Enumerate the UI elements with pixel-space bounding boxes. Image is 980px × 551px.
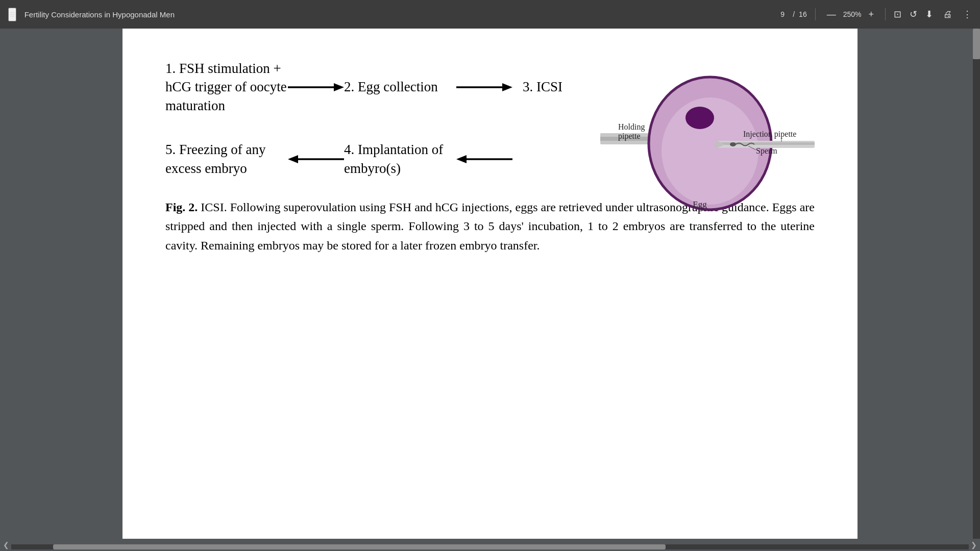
download-button[interactable]: ⬇ [925, 9, 933, 20]
step4-label: 4. Implantation ofembyro(s) [344, 140, 446, 178]
diagram-rows-wrapper: 1. FSH stimulation +hCG trigger of oocyt… [165, 59, 815, 178]
step1-label: 1. FSH stimulation +hCG trigger of oocyt… [165, 59, 288, 115]
icsi-svg: Holding pipette Injection pipette Sperm … [600, 54, 815, 212]
horizontal-scroll-thumb[interactable] [53, 544, 666, 549]
svg-text:Egg: Egg [693, 199, 707, 209]
caption-label: Fig. 2. [165, 201, 198, 214]
bottom-scrollbar-area: ❮ ❯ [0, 539, 980, 551]
menu-icon[interactable]: ≡ [8, 8, 16, 21]
scroll-right-button[interactable]: ❯ [971, 541, 977, 549]
svg-text:Sperm: Sperm [756, 146, 777, 156]
page-separator: / [793, 10, 795, 18]
rotate-button[interactable]: ↺ [910, 9, 917, 20]
more-options-button[interactable]: ⋮ [963, 9, 972, 20]
step3-label: 3. ICSI [523, 79, 564, 95]
diagram-bottom-row: 5. Freezing of anyexcess embryo 4. Impla… [165, 140, 590, 178]
print-button[interactable]: 🖨 [943, 9, 952, 20]
svg-point-16 [730, 142, 736, 146]
svg-marker-4 [288, 155, 298, 163]
svg-text:Holding: Holding [618, 122, 645, 132]
main-area: 1. FSH stimulation +hCG trigger of oocyt… [0, 29, 980, 539]
document-page: 1. FSH stimulation +hCG trigger of oocyt… [122, 29, 857, 539]
step2-label: 2. Egg collection [344, 79, 446, 95]
svg-text:Injection pipette: Injection pipette [743, 130, 796, 139]
diagram-container: 1. FSH stimulation +hCG trigger of oocyt… [165, 59, 815, 178]
toolbar: ≡ Fertility Considerations in Hypogonada… [0, 0, 980, 29]
divider2 [885, 8, 886, 20]
diagram-top-row: 1. FSH stimulation +hCG trigger of oocyt… [165, 59, 590, 115]
svg-text:pipette: pipette [618, 132, 641, 141]
arrow-5-4 [288, 152, 344, 167]
svg-marker-6 [456, 155, 467, 163]
step5-label: 5. Freezing of anyexcess embryo [165, 140, 288, 178]
scroll-left-button[interactable]: ❮ [3, 541, 9, 549]
svg-point-12 [685, 107, 714, 129]
icsi-diagram: Holding pipette Injection pipette Sperm … [600, 54, 815, 207]
arrow-1-2 [288, 80, 344, 95]
svg-marker-1 [334, 83, 344, 91]
zoom-level: 250% [843, 10, 862, 18]
document-title: Fertility Considerations in Hypogonadal … [24, 10, 769, 19]
page-number-input[interactable]: 9 [776, 10, 789, 18]
zoom-out-button[interactable]: — [824, 7, 839, 22]
arrow-4-3 [456, 152, 512, 167]
horizontal-scroll-track[interactable] [11, 544, 969, 549]
fit-page-button[interactable]: ⊡ [894, 9, 901, 20]
page-nav: 9 / 16 [776, 10, 806, 18]
page-total: 16 [799, 10, 807, 18]
side-scroll-thumb[interactable] [973, 29, 980, 59]
divider [815, 8, 816, 20]
side-scrollbar[interactable] [973, 29, 980, 539]
toolbar-right-actions: ⬇ 🖨 ⋮ [925, 9, 972, 20]
svg-marker-3 [502, 83, 512, 91]
arrow-2-3 [456, 80, 512, 95]
zoom-in-button[interactable]: + [865, 7, 877, 22]
zoom-controls: — 250% + [824, 7, 877, 22]
